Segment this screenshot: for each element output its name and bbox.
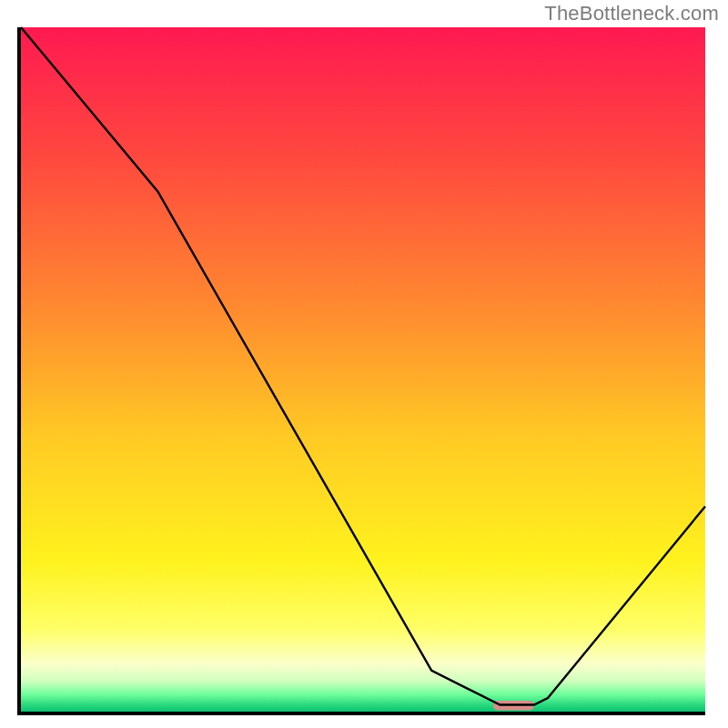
axis-left [17, 27, 21, 715]
bottleneck-chart [0, 0, 728, 728]
chart-container: TheBottleneck.com [0, 0, 728, 728]
axis-bottom [17, 712, 705, 715]
watermark-text: TheBottleneck.com [544, 2, 719, 25]
plot-background [21, 27, 705, 712]
